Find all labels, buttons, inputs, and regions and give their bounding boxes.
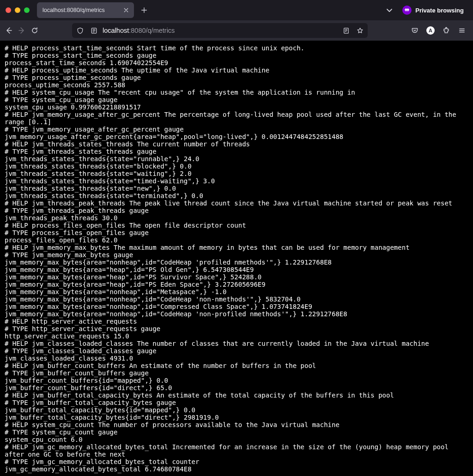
extensions-icon[interactable] (439, 23, 454, 38)
metrics-text: # HELP process_start_time_seconds Start … (0, 41, 473, 476)
url-bar[interactable]: localhost:8080/q/metrics (72, 23, 368, 38)
app-menu-icon[interactable] (455, 23, 469, 38)
bookmark-star-icon[interactable] (355, 25, 365, 36)
new-tab-button[interactable] (138, 4, 151, 17)
reader-mode-icon[interactable] (341, 25, 351, 36)
account-letter: A (426, 26, 435, 35)
url-text: localhost:8080/q/metrics (103, 27, 337, 34)
window-controls (4, 7, 33, 13)
account-button[interactable]: A (423, 23, 438, 38)
window-zoom-button[interactable] (24, 7, 30, 13)
window-minimize-button[interactable] (15, 7, 20, 13)
browser-tab[interactable]: localhost:8080/q/metrics (37, 2, 134, 18)
tab-title: localhost:8080/q/metrics (42, 7, 117, 13)
page-content[interactable]: # HELP process_start_time_seconds Start … (0, 41, 473, 476)
tab-list-button[interactable] (383, 4, 396, 17)
window-close-button[interactable] (6, 7, 11, 13)
back-button[interactable] (4, 23, 14, 38)
private-browsing-label: Private browsing (415, 7, 464, 14)
toolbar: localhost:8080/q/metrics A (0, 20, 473, 41)
forward-button[interactable] (17, 23, 27, 38)
shield-icon[interactable] (75, 25, 85, 36)
tab-close-button[interactable] (122, 6, 130, 14)
pocket-icon[interactable] (407, 23, 422, 38)
reload-button[interactable] (30, 23, 40, 38)
tab-strip: localhost:8080/q/metrics Private browsin… (0, 0, 473, 20)
private-mask-icon (402, 6, 412, 15)
page-info-icon[interactable] (89, 25, 99, 36)
private-browsing-badge: Private browsing (400, 3, 469, 17)
